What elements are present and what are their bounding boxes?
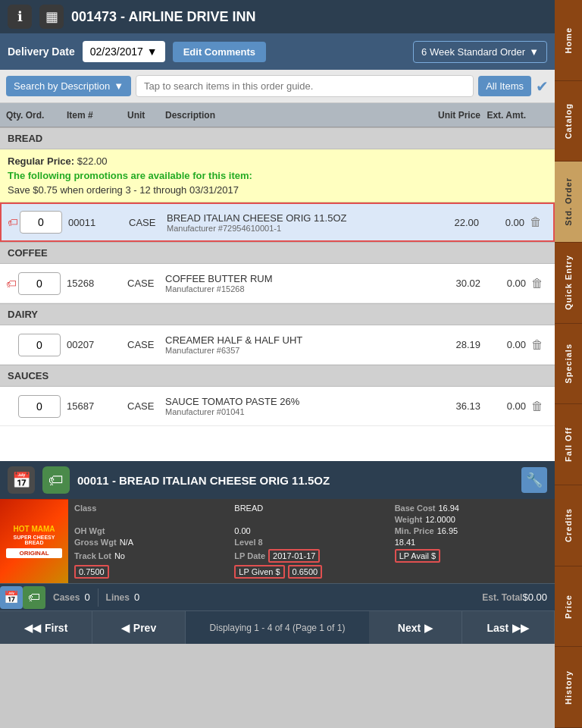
delivery-date-button[interactable]: 02/23/2017 ▼ [83,41,165,62]
sidebar-label-history: History [564,670,573,704]
all-items-button[interactable]: All Items [478,76,531,96]
delete-icon-coffee[interactable]: 🗑 [526,277,549,290]
sidebar-label-specials: Specials [564,344,573,384]
qty-input-dairy[interactable] [18,334,61,356]
category-coffee: COFFEE [0,242,555,264]
col-header-ext: Ext. Amt. [480,110,526,121]
delete-icon-bread[interactable]: 🗑 [524,215,547,229]
category-sauces: SAUCES [0,365,555,387]
next-button[interactable]: Next ▶ [369,611,462,644]
delete-icon-sauces[interactable]: 🗑 [526,400,549,413]
sidebar-item-credits[interactable]: Credits [555,485,582,566]
delivery-date-value: 02/23/2017 [90,46,143,58]
delete-icon-dairy[interactable]: 🗑 [526,338,549,352]
order-type-button[interactable]: 6 Week Standard Order ▼ [413,41,547,63]
promo-title: The following promotions are available f… [8,170,547,181]
lp-avail-label: LP Avail $ [395,549,549,563]
calendar-panel-icon[interactable]: 📅 [8,466,35,494]
prev-button[interactable]: ◀ Prev [92,611,185,644]
search-by-button[interactable]: Search by Description ▼ [6,76,131,96]
delivery-date-label: Delivery Date [8,46,75,58]
col-header-desc: Description [165,110,420,121]
sidebar-item-quick-entry[interactable]: Quick Entry [555,243,582,324]
tag-icon-coffee: 🏷 [6,278,18,290]
first-icon: ◀◀ [24,622,41,634]
calendar-button[interactable]: 📅 [0,586,23,609]
promo-regular-price: Regular Price: $22.00 [8,155,547,167]
level8-label: Level 8 [234,538,388,547]
item-unit-sauces: CASE [127,400,165,412]
app-header: ℹ ▦ 001473 - AIRLINE DRIVE INN [0,0,555,33]
item-desc-mfr-sauces: Manufacturer #01041 [165,407,420,416]
product-details: HOT MAMA SUPER CHEESY BREAD ORIGINAL Cla… [0,499,555,583]
sidebar-item-price[interactable]: Price [555,566,582,648]
item-ext-sauces: 0.00 [480,400,526,412]
item-ext-dairy: 0.00 [480,339,526,350]
item-unit-dairy: CASE [127,339,165,350]
qty-input-sauces[interactable] [18,395,61,418]
oh-wgt-value: 0.00 [234,526,388,535]
sidebar-item-std-order[interactable]: Std. Order [555,162,582,243]
qty-input-bread[interactable] [20,211,62,234]
weight-pair: Weight 12.0000 [395,515,549,524]
item-desc-main-bread: BREAD ITALIAN CHEESE ORIG 11.5OZ [167,212,418,224]
store-title: 001473 - AIRLINE DRIVE INN [71,9,547,25]
last-button[interactable]: Last ▶▶ [462,611,555,644]
oh-wgt-label: OH Wgt [74,526,228,535]
chevron-down-icon-2: ▼ [529,46,539,58]
item-price-coffee: 30.02 [420,278,480,289]
table-header: Qty. Ord. Item # Unit Description Unit P… [0,103,555,127]
product-panel-header: 📅 🏷 00011 - BREAD ITALIAN CHEESE ORIG 11… [0,461,555,499]
col-header-item: Item # [67,110,127,121]
item-desc-mfr-dairy: Manufacturer #6357 [165,346,420,355]
item-desc-mfr-coffee: Manufacturer #15268 [165,284,420,293]
item-desc-sauces: SAUCE TOMATO PASTE 26% Manufacturer #010… [165,396,420,416]
product-image: HOT MAMA SUPER CHEESY BREAD ORIGINAL [0,499,68,583]
table-row: 🏷 00207 CASE CREAMER HALF & HALF UHT Man… [0,325,555,365]
sidebar-item-specials[interactable]: Specials [555,324,582,405]
category-bread: BREAD [0,127,555,149]
wrench-button[interactable]: 🔧 [521,467,547,493]
promo-detail: Save $0.75 when ordering 3 - 12 through … [8,184,547,196]
level8-value: 18.41 [395,538,549,547]
item-unit-coffee: CASE [127,278,165,289]
search-by-label: Search by Description [14,80,110,92]
item-unit-bread: CASE [129,217,167,228]
tag-panel-icon[interactable]: 🏷 [42,466,70,494]
edit-comments-button[interactable]: Edit Comments [173,42,266,62]
item-qty-coffee [18,272,67,295]
barcode-icon[interactable]: ▦ [39,5,64,29]
item-number-sauces: 15687 [67,400,127,412]
item-qty-dairy [18,334,67,356]
search-input[interactable] [136,75,474,97]
chevron-down-icon: ▼ [147,46,158,58]
tag-icon: 🏷 [8,216,20,228]
sidebar-item-history[interactable]: History [555,647,582,728]
chevron-down-icon-3: ▼ [114,80,124,92]
sidebar-label-quick-entry: Quick Entry [564,255,573,310]
right-sidebar: Home Catalog Std. Order Quick Entry Spec… [555,0,582,728]
sidebar-item-home[interactable]: Home [555,0,582,81]
base-cost-pair: Base Cost 16.94 [395,504,549,513]
main-content: BREAD Regular Price: $22.00 The followin… [0,127,555,461]
product-panel-title: 00011 - BREAD ITALIAN CHEESE ORIG 11.5OZ [77,474,521,487]
item-desc-main-coffee: COFFEE BUTTER RUM [165,273,420,284]
table-row: 🏷 00011 CASE BREAD ITALIAN CHEESE ORIG 1… [0,202,555,242]
item-desc-main-sauces: SAUCE TOMATO PASTE 26% [165,396,420,407]
order-type-value: 6 Week Standard Order [421,46,525,58]
col-header-price: Unit Price [420,110,480,121]
display-text: Displaying 1 - 4 of 4 (Page 1 of 1) [186,611,370,644]
info-icon[interactable]: ℹ [8,5,32,29]
sidebar-item-catalog[interactable]: Catalog [555,81,582,162]
checkmark-button[interactable]: ✔ [536,77,549,96]
qty-input-coffee[interactable] [18,272,61,295]
item-desc-bread: BREAD ITALIAN CHEESE ORIG 11.5OZ Manufac… [167,212,418,233]
sidebar-item-fall-off[interactable]: Fall Off [555,404,582,485]
item-qty-bread [20,211,68,234]
item-ext-bread: 0.00 [479,217,524,228]
lp-given-pair: LP Given $ 0.6500 [234,565,388,579]
table-row: 🏷 15268 CASE COFFEE BUTTER RUM Manufactu… [0,264,555,303]
tag-button[interactable]: 🏷 [23,586,45,609]
category-dairy: DAIRY [0,303,555,325]
first-button[interactable]: ◀◀ First [0,611,92,644]
